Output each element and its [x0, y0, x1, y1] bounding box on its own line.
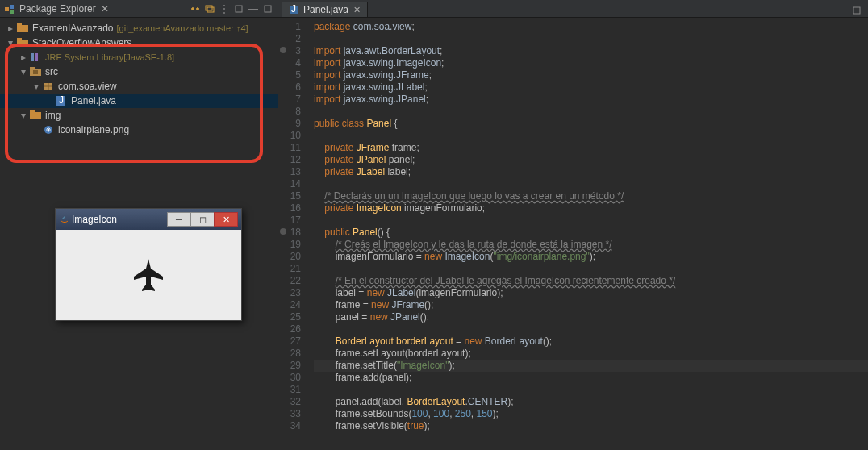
preview-title: ImageIcon: [72, 214, 117, 225]
svg-rect-12: [35, 53, 38, 61]
tree-label: JRE System Library: [45, 52, 123, 62]
tree-label: src: [45, 66, 58, 77]
svg-rect-6: [265, 6, 271, 12]
svg-rect-9: [17, 40, 28, 47]
preview-window[interactable]: ImageIcon ─ ◻ ✕: [55, 208, 242, 321]
twisty-icon[interactable]: ▾: [18, 66, 29, 77]
explorer-header: Package Explorer ✕ ⋮ —: [0, 0, 278, 18]
win-close-button[interactable]: ✕: [214, 212, 238, 227]
tree-item-jre-system-library[interactable]: ▸JRE System Library [JavaSE-1.8]: [0, 50, 278, 65]
code-area[interactable]: package com.soa.view; import java.awt.Bo…: [307, 18, 868, 450]
preview-titlebar[interactable]: ImageIcon ─ ◻ ✕: [56, 209, 241, 230]
tree-item-iconairplane-png[interactable]: iconairplane.png: [0, 123, 278, 137]
svg-rect-8: [17, 23, 22, 26]
java-icon: J: [55, 96, 68, 106]
twisty-icon[interactable]: ▸: [18, 52, 29, 63]
focus-icon[interactable]: [232, 2, 245, 15]
tree-item-img[interactable]: ▾img: [0, 108, 278, 123]
svg-rect-14: [30, 67, 35, 69]
code-editor[interactable]: 1234567891011121314151617181920212223242…: [278, 18, 868, 450]
win-minimize-button[interactable]: ─: [167, 212, 191, 227]
proj-icon: [16, 23, 29, 33]
package-explorer-pane: Package Explorer ✕ ⋮ — ▸ExamenIAvanzado …: [0, 0, 278, 450]
twisty-icon[interactable]: ▸: [5, 23, 16, 34]
maximize-icon[interactable]: [261, 2, 274, 15]
svg-rect-7: [17, 25, 28, 32]
tab-panel-java[interactable]: J Panel.java ✕: [282, 2, 368, 17]
svg-text:J: J: [59, 96, 64, 106]
tab-close-x[interactable]: ✕: [101, 3, 109, 15]
airplane-icon: [132, 257, 165, 293]
svg-rect-21: [30, 112, 41, 119]
svg-rect-0: [5, 7, 9, 11]
tree-item-src[interactable]: ▾src: [0, 65, 278, 79]
tree-decoration: [JavaSE-1.8]: [123, 52, 174, 62]
tree-label: Panel.java: [71, 95, 116, 106]
collapse-all-icon[interactable]: [203, 2, 216, 15]
twisty-icon[interactable]: ▾: [31, 81, 42, 92]
tree-label: iconairplane.png: [58, 124, 129, 135]
svg-rect-22: [30, 110, 35, 113]
java-icon: [59, 214, 72, 225]
srcf-icon: [29, 67, 42, 77]
svg-rect-26: [853, 7, 860, 14]
editor-pane: J Panel.java ✕ 1234567891011121314151617…: [278, 0, 868, 450]
editor-maximize-icon[interactable]: [850, 4, 863, 17]
pkg-icon: [42, 81, 55, 91]
svg-rect-4: [207, 7, 214, 12]
explorer-title: Package Explorer: [19, 3, 96, 15]
tree-item-exameniavanzado[interactable]: ▸ExamenIAvanzado [git_examenAvanzado mas…: [0, 21, 278, 35]
tree-item-stackoverflowanswers[interactable]: ▾StackOverflowAnswers: [0, 35, 278, 50]
twisty-icon[interactable]: ▾: [18, 110, 29, 121]
svg-rect-2: [10, 10, 14, 14]
tree-item-panel-java[interactable]: JPanel.java: [0, 94, 278, 108]
svg-rect-5: [236, 6, 242, 12]
svg-rect-1: [10, 5, 14, 9]
package-explorer-icon: [3, 2, 16, 15]
preview-body: [56, 230, 241, 320]
lib-icon: [29, 52, 42, 62]
twisty-icon[interactable]: ▾: [5, 37, 16, 48]
minimize-icon[interactable]: —: [247, 2, 260, 15]
link-editor-icon[interactable]: [189, 2, 202, 15]
editor-tabbar: J Panel.java ✕: [278, 0, 868, 18]
win-maximize-button[interactable]: ◻: [190, 212, 215, 227]
tree-label: StackOverflowAnswers: [32, 37, 131, 48]
svg-rect-15: [33, 70, 38, 74]
proj-icon: [16, 38, 29, 48]
svg-rect-10: [17, 38, 22, 40]
tree-item-com-soa-view[interactable]: ▾com.soa.view: [0, 79, 278, 94]
tree-label: com.soa.view: [58, 81, 117, 92]
tree-label: ExamenIAvanzado: [32, 23, 114, 34]
svg-text:J: J: [291, 5, 296, 15]
svg-rect-11: [31, 53, 34, 61]
file-icon: [42, 125, 55, 135]
view-menu-icon[interactable]: ⋮: [218, 2, 231, 15]
tree-label: img: [45, 110, 61, 121]
svg-rect-3: [206, 6, 212, 10]
tree-decoration: [git_examenAvanzado master ↑4]: [117, 23, 248, 33]
fold-icon: [29, 110, 42, 120]
line-gutter[interactable]: 1234567891011121314151617181920212223242…: [278, 18, 307, 450]
tab-close-icon[interactable]: ✕: [353, 5, 361, 15]
java-file-icon: J: [289, 5, 298, 15]
tab-label: Panel.java: [303, 4, 348, 15]
